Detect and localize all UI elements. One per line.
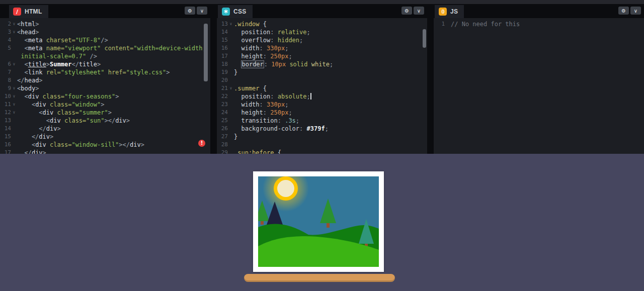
fold-caret-icon[interactable]: ∨ [11,101,17,109]
html-editor-scrollbar[interactable] [204,24,208,81]
html-collapse-chevron-button[interactable]: ∨ [197,7,207,15]
tab-css[interactable]: * CSS [218,5,253,18]
code-line: 7 <link rel="stylesheet" href="style.css… [0,68,210,76]
js-code-editor[interactable]: 1// No need for this [434,18,644,154]
window-sill [244,274,395,282]
fold-caret-icon[interactable]: ∨ [228,20,234,28]
code-line: 17 </div> [0,149,210,154]
error-badge[interactable]: ! [198,140,205,147]
tab-html[interactable]: / HTML [9,5,48,18]
fold-caret-icon[interactable]: ∨ [228,84,234,92]
code-line: 16 width: 330px; [217,44,427,52]
code-line: 26 background-color: #379f; [217,125,427,133]
panel-css: * CSS ⚙ ∨ 13∨.window {14 position: relat… [217,4,427,154]
code-line: 6∨ <title>Summer</title> [0,60,210,68]
summer-scene [258,176,379,267]
code-line: 25 transition: .3s; [217,117,427,125]
js-collapse-chevron-button[interactable]: ∨ [630,7,641,15]
panel-js: () JS ⚙ ∨ 1// No need for this [434,4,644,154]
preview-pane [0,154,644,291]
code-line: 18 border: 10px solid white; [217,60,427,68]
tab-js[interactable]: () JS [435,5,464,18]
fold-caret-icon[interactable]: ∨ [11,20,17,28]
editor-top-strip [0,0,644,4]
code-line: 8</head> [0,76,210,84]
panel-html: / HTML ⚙ ∨ ! 2∨<html>3∨<head>4 <meta cha… [0,4,210,154]
code-line: 1// No need for this [434,20,644,28]
js-icon: () [439,8,447,16]
css-tab-row: * CSS ⚙ ∨ [217,4,427,18]
window-frame [253,171,384,272]
code-line: 13 <div class="sun"></div> [0,117,210,125]
code-line: 29.sun:before { [217,149,427,154]
code-line: initial-scale=0.7" /> [0,52,210,60]
code-line: 28 [217,141,427,149]
code-line: 19} [217,68,427,76]
code-line: 21∨.summer { [217,84,427,92]
code-line: 10∨ <div class="four-seasons"> [0,92,210,101]
code-line: 16 <div class="window-sill"></div> [0,141,210,149]
code-line: 22 position: absolute; [217,92,427,101]
text-cursor [310,93,311,100]
code-line: 23 width: 330px; [217,101,427,109]
css-settings-gear-button[interactable]: ⚙ [401,7,412,15]
code-line: 3∨<head> [0,28,210,36]
code-line: 5 <meta name="viewport" content="width=d… [0,44,210,52]
fold-caret-icon[interactable]: ∨ [11,28,17,36]
html-tab-row: / HTML ⚙ ∨ [0,4,210,18]
code-line: 13∨.window { [217,20,427,28]
code-line: 4 <meta charset="UTF-8"/> [0,36,210,44]
js-settings-gear-button[interactable]: ⚙ [618,7,629,15]
fold-caret-icon[interactable]: ∨ [11,84,17,92]
code-line: 17 height: 250px; [217,52,427,60]
code-line: 9∨<body> [0,84,210,92]
code-line: 15 overflow: hidden; [217,36,427,44]
code-line: 14 </div> [0,125,210,133]
code-line: 14 position: relative; [217,28,427,36]
code-line: 2∨<html> [0,20,210,28]
html-code-editor[interactable]: ! 2∨<html>3∨<head>4 <meta charset="UTF-8… [0,18,210,154]
css-editor-scrollbar[interactable] [423,29,426,48]
code-line: 20 [217,76,427,84]
tab-js-label: JS [450,8,458,15]
sun [277,180,294,197]
code-line: 12∨ <div class="summer"> [0,109,210,117]
css-icon: * [222,8,230,16]
html-settings-gear-button[interactable]: ⚙ [185,7,195,15]
code-line: 24 height: 250px; [217,109,427,117]
code-line: 15 </div> [0,133,210,141]
fold-caret-icon[interactable]: ∨ [11,109,17,117]
fold-caret-icon[interactable]: ∨ [11,60,17,68]
js-tab-row: () JS ⚙ ∨ [434,4,644,18]
code-editor-area: / HTML ⚙ ∨ ! 2∨<html>3∨<head>4 <meta cha… [0,0,644,154]
tab-css-label: CSS [233,8,247,15]
css-collapse-chevron-button[interactable]: ∨ [414,7,424,15]
code-line: 27} [217,133,427,141]
code-line: 11∨ <div class="window"> [0,101,210,109]
tab-html-label: HTML [25,8,42,15]
fold-caret-icon[interactable]: ∨ [11,92,17,101]
html-icon: / [13,8,21,16]
css-code-editor[interactable]: 13∨.window {14 position: relative;15 ove… [217,18,427,154]
